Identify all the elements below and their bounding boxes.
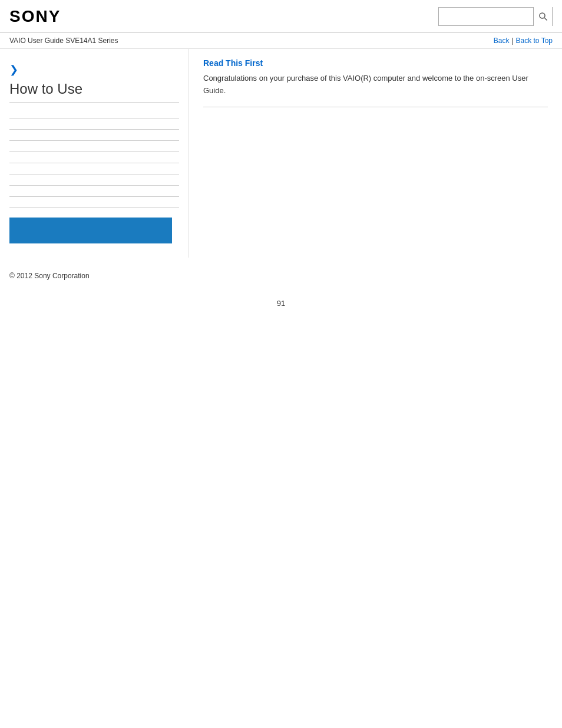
sidebar-nav-item[interactable] (9, 197, 179, 208)
search-box (438, 7, 553, 26)
back-to-top-link[interactable]: Back to Top (516, 37, 553, 45)
sidebar-nav-item[interactable] (9, 186, 179, 197)
search-input[interactable] (439, 8, 533, 25)
header-right (438, 7, 553, 26)
footer: © 2012 Sony Corporation (0, 262, 562, 289)
sony-logo: SONY (9, 7, 61, 26)
chevron-icon: ❯ (9, 63, 179, 76)
sidebar-title: How to Use (9, 81, 179, 103)
sidebar: ❯ How to Use (0, 49, 189, 258)
sidebar-nav-item[interactable] (9, 152, 179, 163)
nav-separator: | (511, 37, 513, 45)
sidebar-nav-item[interactable] (9, 107, 179, 118)
sidebar-blue-block[interactable] (9, 218, 172, 243)
breadcrumb-bar: VAIO User Guide SVE14A1 Series Back | Ba… (0, 33, 562, 49)
svg-point-0 (540, 13, 545, 18)
search-button[interactable] (533, 7, 552, 26)
page-number: 91 (0, 289, 562, 317)
header: SONY (0, 0, 562, 33)
search-icon (538, 12, 548, 21)
main-content: ❯ How to Use Read This First Congratulat… (0, 49, 562, 258)
sidebar-nav-item[interactable] (9, 118, 179, 130)
sidebar-nav-item[interactable] (9, 174, 179, 186)
sidebar-nav-item[interactable] (9, 141, 179, 152)
sidebar-nav-item[interactable] (9, 130, 179, 141)
nav-links: Back | Back to Top (494, 37, 553, 45)
content-description: Congratulations on your purchase of this… (203, 73, 548, 97)
read-this-first-link[interactable]: Read This First (203, 58, 548, 68)
sidebar-nav-item[interactable] (9, 163, 179, 174)
content-divider (203, 107, 548, 107)
guide-title: VAIO User Guide SVE14A1 Series (9, 37, 118, 45)
back-link[interactable]: Back (494, 37, 510, 45)
copyright-text: © 2012 Sony Corporation (9, 272, 90, 280)
content-panel: Read This First Congratulations on your … (189, 49, 562, 258)
svg-line-1 (544, 18, 547, 20)
sidebar-nav-list (9, 107, 179, 208)
